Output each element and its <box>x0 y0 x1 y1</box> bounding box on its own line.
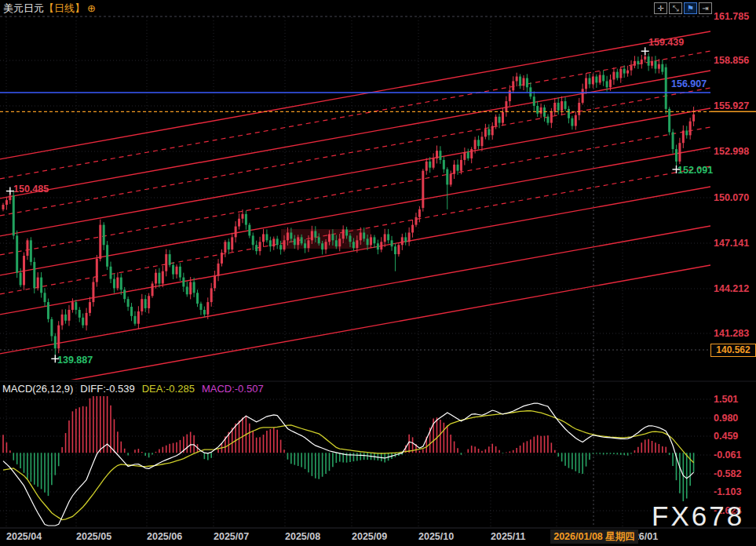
date-axis-label: 2025/11 <box>491 531 526 542</box>
macd-diff-value: DIFF:-0.539 <box>80 383 134 395</box>
date-axis-label: 2025/10 <box>418 531 454 542</box>
price-axis-label: 158.856 <box>714 55 749 66</box>
date-axis-label: 2025/04 <box>6 531 42 542</box>
macd-params[interactable]: MACD(26,12,9) <box>2 383 73 395</box>
april-high-marker: 150.485 <box>13 184 49 195</box>
chart-canvas[interactable] <box>0 0 756 546</box>
pan-icon[interactable]: ✛ <box>654 2 667 14</box>
price-axis-label: 155.927 <box>714 100 749 111</box>
axis-scale-icon[interactable]: ⤡ <box>669 2 682 14</box>
crosshair-price-label: 140.562 <box>710 344 756 357</box>
alert-line-price-label[interactable]: 156.907 <box>671 78 707 89</box>
crash-low-marker: 152.091 <box>677 165 713 176</box>
price-axis-label: 147.141 <box>714 238 749 249</box>
date-axis-label: 2025/08 <box>285 531 320 542</box>
price-axis-label: 150.070 <box>714 192 749 203</box>
macd-axis-label: -0.582 <box>714 468 741 479</box>
crosshair-date-label: 2026/01/08 星期四 <box>550 530 638 544</box>
april-low-marker: 139.887 <box>57 355 93 366</box>
chart-title: 美元日元【日线】⊕ <box>3 2 96 16</box>
auto-follow-flag-icon[interactable]: ⚑ <box>684 2 697 14</box>
macd-axis-label: 1.501 <box>714 394 738 405</box>
add-indicator-icon[interactable]: ⊕ <box>87 2 96 14</box>
brand-watermark: FX678 <box>652 500 744 532</box>
go-to-end-icon[interactable]: ⇥ <box>699 2 712 14</box>
chart-window: 美元日元【日线】⊕ ✛ ⤡ ⚑ ⇥ 159.439 156.907 152.09… <box>0 0 756 546</box>
date-axis-label: 2025/07 <box>214 531 249 542</box>
macd-header: MACD(26,12,9)DIFF:-0.539DEA:-0.285MACD:-… <box>2 383 271 395</box>
price-axis-label: 141.283 <box>714 328 749 339</box>
macd-axis-label: -1.103 <box>714 486 741 497</box>
macd-axis-label: -0.061 <box>714 450 741 460</box>
price-axis-label: 152.998 <box>714 146 749 157</box>
symbol-name: 美元日元 <box>3 2 44 14</box>
macd-dea-value: DEA:-0.285 <box>142 383 195 395</box>
date-axis-label: 2025/05 <box>76 531 111 542</box>
period-label: 【日线】 <box>44 2 85 14</box>
date-axis-label: 2025/09 <box>352 531 387 542</box>
high-price-marker: 159.439 <box>648 37 684 48</box>
date-axis-label: 2025/06 <box>147 531 182 542</box>
macd-axis-label: 0.980 <box>714 413 738 424</box>
price-axis-label: 161.785 <box>714 11 749 22</box>
macd-axis-label: 0.459 <box>714 431 738 442</box>
price-axis-label: 144.212 <box>714 283 749 294</box>
chart-toolbar: ✛ ⤡ ⚑ ⇥ <box>654 2 712 14</box>
macd-hist-value: MACD:-0.507 <box>202 383 264 395</box>
